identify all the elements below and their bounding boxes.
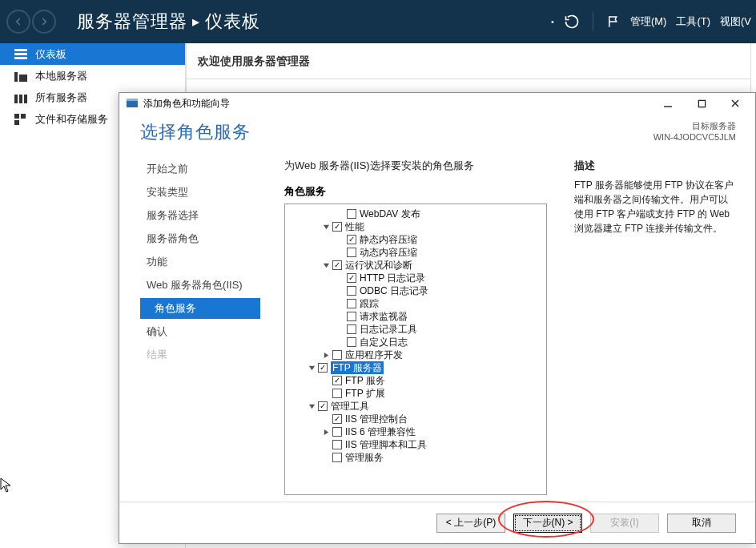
nav-forward-button[interactable] — [32, 10, 56, 34]
tree-node-label[interactable]: 管理服务 — [345, 451, 384, 464]
sidebar-item[interactable]: 本地服务器 — [0, 65, 185, 87]
tree-row[interactable]: 应用程序开发 — [287, 349, 545, 361]
dialog-title: 添加角色和功能向导 — [143, 97, 230, 111]
tree-node-label[interactable]: IIS 6 管理兼容性 — [345, 425, 416, 438]
tree-row[interactable]: FTP 扩展 — [287, 387, 545, 400]
tree-row[interactable]: FTP 服务器 — [287, 361, 545, 374]
tree-checkbox[interactable] — [332, 389, 342, 398]
cancel-button[interactable]: 取消 — [667, 514, 736, 533]
tree-checkbox[interactable] — [332, 260, 342, 270]
tree-checkbox[interactable] — [347, 299, 356, 308]
tree-checkbox[interactable] — [332, 440, 342, 449]
tree-row[interactable]: HTTP 日志记录 — [287, 272, 545, 284]
expand-icon[interactable] — [322, 428, 331, 437]
tree-node-label[interactable]: 动态内容压缩 — [360, 246, 417, 259]
tree-row[interactable]: 管理工具 — [287, 400, 545, 413]
sidebar-item[interactable]: 仪表板 — [0, 43, 185, 65]
tree-checkbox[interactable] — [332, 427, 342, 437]
wizard-step[interactable]: 服务器选择 — [140, 205, 260, 226]
next-button[interactable]: 下一步(N) > — [513, 514, 582, 533]
tree-checkbox[interactable] — [318, 363, 328, 373]
expand-icon[interactable] — [322, 351, 331, 360]
minimize-button[interactable] — [651, 95, 685, 112]
nav-back-button[interactable] — [6, 10, 30, 34]
svg-rect-1 — [127, 99, 138, 101]
tree-row[interactable]: ODBC 日志记录 — [287, 284, 545, 297]
wizard-step[interactable]: 安装类型 — [140, 182, 260, 203]
collapse-icon[interactable] — [308, 402, 316, 411]
tree-node-label[interactable]: WebDAV 发布 — [360, 208, 420, 220]
tree-node-label[interactable]: ODBC 日志记录 — [360, 284, 428, 297]
tree-node-label[interactable]: 静态内容压缩 — [360, 233, 417, 246]
tree-node-label[interactable]: IIS 管理脚本和工具 — [345, 438, 427, 451]
tree-checkbox[interactable] — [347, 209, 356, 219]
tree-node-label[interactable]: 跟踪 — [360, 297, 379, 310]
dialog-titlebar[interactable]: 添加角色和功能向导 — [119, 93, 755, 114]
tree-node-label[interactable]: FTP 服务 — [345, 374, 385, 387]
tree-row[interactable]: FTP 服务 — [287, 374, 545, 387]
maximize-button[interactable] — [685, 95, 718, 112]
tree-row[interactable]: 静态内容压缩 — [287, 233, 545, 246]
tree-row[interactable]: 自定义日志 — [287, 336, 545, 349]
wizard-step[interactable]: 服务器角色 — [140, 228, 260, 249]
flag-icon[interactable] — [606, 14, 621, 29]
tree-node-label[interactable]: 自定义日志 — [360, 336, 408, 349]
tree-row[interactable]: IIS 6 管理兼容性 — [287, 425, 545, 438]
role-services-tree[interactable]: WebDAV 发布性能静态内容压缩动态内容压缩运行状况和诊断HTTP 日志记录O… — [284, 203, 547, 495]
all-icon — [14, 92, 27, 103]
tree-checkbox[interactable] — [347, 324, 356, 334]
tree-row[interactable]: 日志记录工具 — [287, 323, 545, 336]
tree-row[interactable]: IIS 管理控制台 — [287, 413, 545, 425]
tree-node-label[interactable]: FTP 服务器 — [331, 361, 384, 374]
wizard-step[interactable]: 确认 — [140, 321, 260, 342]
wizard-step[interactable]: 功能 — [140, 252, 260, 272]
wizard-step[interactable]: 角色服务 — [140, 298, 260, 319]
tree-checkbox[interactable] — [347, 312, 356, 321]
tree-row[interactable]: WebDAV 发布 — [287, 208, 545, 220]
collapse-icon[interactable] — [308, 364, 316, 373]
tree-row[interactable]: 跟踪 — [287, 297, 545, 310]
collapse-icon[interactable] — [322, 223, 331, 232]
tree-checkbox[interactable] — [347, 248, 356, 257]
wizard-step[interactable]: Web 服务器角色(IIS) — [140, 275, 260, 296]
expander-spacer — [336, 325, 345, 334]
tree-checkbox[interactable] — [332, 376, 342, 385]
tree-checkbox[interactable] — [347, 273, 356, 283]
tree-row[interactable]: 运行状况和诊断 — [287, 259, 545, 272]
expander-spacer — [336, 287, 345, 296]
menu-view[interactable]: 视图(V — [720, 14, 751, 29]
tree-node-label[interactable]: 请求监视器 — [360, 310, 408, 323]
tree-checkbox[interactable] — [347, 337, 356, 347]
tree-node-label[interactable]: 性能 — [345, 220, 364, 233]
wizard-step[interactable]: 开始之前 — [140, 159, 260, 179]
tree-row[interactable]: 动态内容压缩 — [287, 246, 545, 259]
tree-checkbox[interactable] — [347, 235, 356, 244]
tree-row[interactable]: 性能 — [287, 220, 545, 233]
tree-node-label[interactable]: 日志记录工具 — [360, 323, 417, 336]
expander-spacer — [336, 236, 345, 244]
tree-node-label[interactable]: HTTP 日志记录 — [360, 272, 425, 284]
svg-rect-2 — [698, 100, 705, 107]
collapse-icon[interactable] — [322, 261, 331, 270]
close-button[interactable] — [718, 95, 752, 112]
previous-button[interactable]: < 上一步(P) — [436, 514, 505, 533]
tree-node-label[interactable]: 运行状况和诊断 — [345, 259, 412, 272]
tree-checkbox[interactable] — [318, 401, 328, 411]
refresh-icon[interactable] — [564, 14, 580, 30]
menu-tools[interactable]: 工具(T) — [676, 14, 710, 29]
tree-checkbox[interactable] — [332, 414, 342, 424]
breadcrumb-app: 服务器管理器 — [77, 10, 187, 34]
tree-node-label[interactable]: IIS 管理控制台 — [345, 413, 408, 425]
tree-checkbox[interactable] — [332, 453, 342, 462]
sidebar-item-label: 文件和存储服务 — [35, 112, 108, 127]
tree-row[interactable]: IIS 管理脚本和工具 — [287, 438, 545, 451]
menu-manage[interactable]: 管理(M) — [630, 14, 667, 29]
tree-checkbox[interactable] — [347, 286, 356, 296]
tree-checkbox[interactable] — [332, 222, 342, 232]
tree-node-label[interactable]: 应用程序开发 — [345, 349, 403, 361]
tree-row[interactable]: 请求监视器 — [287, 310, 545, 323]
tree-checkbox[interactable] — [332, 350, 342, 360]
tree-node-label[interactable]: FTP 扩展 — [345, 387, 385, 400]
tree-node-label[interactable]: 管理工具 — [331, 400, 369, 413]
tree-row[interactable]: 管理服务 — [287, 451, 545, 464]
